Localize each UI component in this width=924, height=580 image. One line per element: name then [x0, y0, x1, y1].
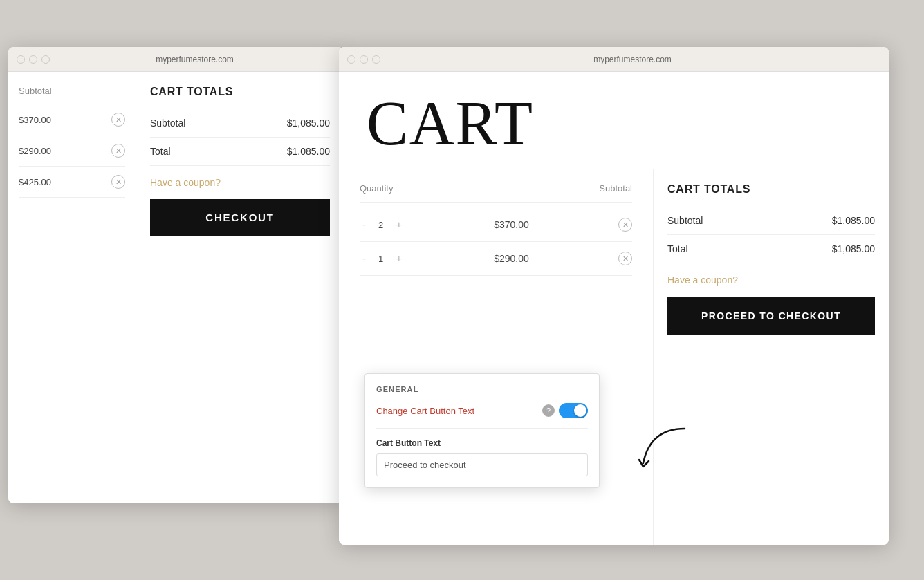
toggle-track	[559, 403, 588, 418]
cart-page-title: CART	[367, 93, 861, 155]
toggle-switch[interactable]	[559, 403, 588, 418]
left-total-label: Total	[150, 146, 171, 157]
cart-button-text-input[interactable]	[376, 453, 588, 476]
item-1-remove[interactable]: ✕	[618, 218, 632, 232]
qty-control-1: - 2 +	[360, 218, 405, 232]
left-cart-totals-panel: CART TOTALS Subtotal $1,085.00 Total $1,…	[136, 72, 344, 503]
left-item-2-remove[interactable]: ✕	[111, 144, 125, 158]
left-item-2: $290.00 ✕	[19, 135, 125, 167]
cart-main-body: Quantity Subtotal - 2 + $370.00 ✕ -	[339, 169, 889, 545]
left-page-content: Subtotal $370.00 ✕ $290.00 ✕ $425.00 ✕ C…	[8, 72, 344, 503]
left-checkout-button[interactable]: CHECKOUT	[150, 199, 330, 236]
right-total-value: $1,085.00	[832, 243, 875, 254]
qty-increase-1[interactable]: +	[394, 218, 405, 232]
cart-page-header: CART	[339, 72, 889, 169]
col-header-quantity: Quantity	[360, 183, 393, 194]
col-header-subtotal: Subtotal	[599, 183, 632, 194]
qty-decrease-2[interactable]: -	[360, 252, 369, 265]
left-item-1-price: $370.00	[19, 115, 51, 125]
left-item-3: $425.00 ✕	[19, 167, 125, 198]
right-subtotal-value: $1,085.00	[832, 215, 875, 226]
qty-control-2: - 1 +	[360, 252, 405, 265]
right-cart-totals-title: CART TOTALS	[667, 183, 875, 196]
right-total-row: Total $1,085.00	[667, 235, 875, 263]
popup-icons: ?	[542, 403, 588, 418]
input-field-label: Cart Button Text	[376, 438, 588, 448]
browser-url-right: myperfumestore.com	[385, 55, 880, 64]
browser-chrome-right: myperfumestore.com	[339, 47, 889, 72]
qty-value-1: 2	[374, 220, 388, 230]
popup-section-title: GENERAL	[376, 385, 588, 393]
left-item-3-remove[interactable]: ✕	[111, 175, 125, 189]
left-subtotal-label: Subtotal	[150, 118, 185, 129]
cart-item-row-2: - 1 + $290.00 ✕	[360, 242, 632, 276]
right-traffic-light-green[interactable]	[372, 55, 380, 64]
browser-window-left: myperfumestore.com Subtotal $370.00 ✕ $2…	[8, 47, 344, 503]
popup-divider	[376, 428, 588, 429]
left-total-value: $1,085.00	[287, 146, 330, 157]
right-traffic-light-yellow[interactable]	[360, 55, 368, 64]
qty-increase-2[interactable]: +	[394, 252, 405, 265]
left-subtotal-row: Subtotal $1,085.00	[150, 109, 330, 138]
settings-popup: GENERAL Change Cart Button Text ? Cart B…	[364, 373, 600, 488]
left-item-1: $370.00 ✕	[19, 104, 125, 135]
proceed-to-checkout-button[interactable]: PROCEED TO CHECKOUT	[667, 297, 875, 335]
traffic-light-yellow[interactable]	[29, 55, 37, 64]
cart-item-row-1: - 2 + $370.00 ✕	[360, 208, 632, 242]
popup-toggle-label: Change Cart Button Text	[376, 406, 542, 416]
traffic-light-red[interactable]	[17, 55, 25, 64]
item-1-price: $370.00	[494, 219, 529, 230]
browser-url-left: myperfumestore.com	[54, 55, 335, 64]
left-subtotal-value: $1,085.00	[287, 118, 330, 129]
left-layout: Subtotal $370.00 ✕ $290.00 ✕ $425.00 ✕ C…	[8, 72, 344, 503]
left-cart-totals-title: CART TOTALS	[150, 86, 330, 98]
item-2-remove[interactable]: ✕	[618, 252, 632, 265]
left-total-row: Total $1,085.00	[150, 138, 330, 166]
right-total-label: Total	[667, 243, 688, 254]
qty-decrease-1[interactable]: -	[360, 218, 369, 232]
arrow-annotation	[629, 422, 699, 480]
right-subtotal-row: Subtotal $1,085.00	[667, 207, 875, 235]
help-icon[interactable]: ?	[542, 404, 555, 417]
left-item-1-remove[interactable]: ✕	[111, 113, 125, 127]
toggle-thumb	[574, 404, 586, 417]
qty-value-2: 1	[374, 254, 388, 264]
left-item-3-price: $425.00	[19, 177, 51, 187]
item-2-price: $290.00	[494, 253, 529, 264]
left-sidebar-col: Subtotal $370.00 ✕ $290.00 ✕ $425.00 ✕	[8, 72, 136, 503]
right-cart-totals-panel: CART TOTALS Subtotal $1,085.00 Total $1,…	[654, 169, 889, 545]
browser-chrome-left: myperfumestore.com	[8, 47, 344, 72]
left-subtotal-header: Subtotal	[19, 86, 125, 96]
right-traffic-light-red[interactable]	[347, 55, 355, 64]
left-coupon-link[interactable]: Have a coupon?	[150, 177, 330, 188]
left-item-2-price: $290.00	[19, 146, 51, 156]
cart-items-section: Quantity Subtotal - 2 + $370.00 ✕ -	[339, 169, 654, 545]
traffic-light-green[interactable]	[41, 55, 50, 64]
popup-toggle-row: Change Cart Button Text ?	[376, 403, 588, 418]
cart-col-headers: Quantity Subtotal	[360, 183, 632, 203]
right-coupon-link[interactable]: Have a coupon?	[667, 274, 875, 286]
right-subtotal-label: Subtotal	[667, 215, 703, 226]
